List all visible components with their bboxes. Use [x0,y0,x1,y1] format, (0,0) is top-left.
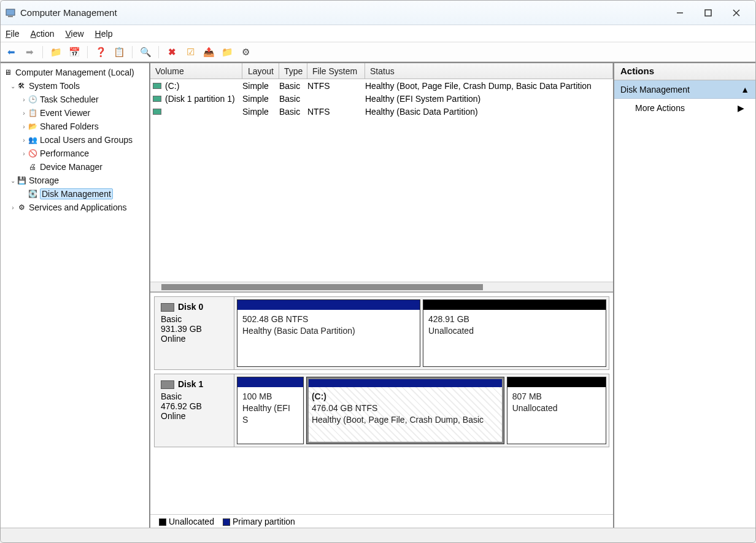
separator [158,46,159,58]
details-icon[interactable]: 📋 [112,45,126,59]
tree-label: Storage [29,175,59,185]
partition-size: 428.91 GB [428,314,601,325]
partition[interactable]: 807 MBUnallocated [507,377,606,444]
header-type[interactable]: Type [279,63,307,79]
chevron-right-icon: ▶ [738,103,744,113]
menubar: File Action View Help [1,25,755,42]
drive-icon [153,109,161,115]
separator [132,46,133,58]
calendar-icon[interactable]: 📅 [68,45,81,59]
volume-status: Healthy (EFI System Partition) [365,94,613,104]
volume-name: (C:) [165,81,179,91]
tree-label: Shared Folders [40,121,99,131]
collapse-icon[interactable]: ⌄ [9,83,17,90]
header-fs[interactable]: File System [307,63,365,79]
event-icon: 📋 [28,108,37,118]
drive-icon [153,96,161,102]
volume-layout: Simple [242,81,279,91]
tree-disk-management[interactable]: 💽 Disk Management [1,187,149,201]
volume-row[interactable]: (C:)SimpleBasicNTFSHealthy (Boot, Page F… [150,79,613,92]
titlebar: Computer Management [1,1,755,25]
volume-layout: Simple [242,107,279,117]
show-hide-tree-icon[interactable]: 📁 [49,45,63,59]
partition[interactable]: 100 MBHealthy (EFI S [237,377,304,444]
check-icon[interactable]: ☑ [183,45,197,59]
header-volume[interactable]: Volume [150,63,242,79]
volume-layout: Simple [242,94,279,104]
delete-icon[interactable]: ✖ [165,45,179,59]
expand-icon[interactable]: › [20,150,28,157]
tree-storage[interactable]: ⌄ 💾 Storage [1,174,149,187]
folder-up-icon[interactable]: 📤 [202,45,215,59]
disk-info[interactable]: Disk 0Basic931.39 GBOnline [155,297,234,369]
partition-header [237,377,303,387]
maximize-button[interactable] [694,4,722,22]
users-icon: 👥 [28,135,37,145]
folder-icon[interactable]: 📁 [220,45,234,59]
partition[interactable]: 428.91 GBUnallocated [423,299,606,367]
partition-header [307,377,504,387]
tree-label: Computer Management (Local) [15,67,134,77]
menu-action[interactable]: Action [31,29,55,39]
partition[interactable]: (C:)476.04 GB NTFSHealthy (Boot, Page Fi… [306,377,504,444]
legend: Unallocated Primary partition [150,514,613,528]
collapse-icon[interactable]: ⌄ [9,177,17,184]
drive-icon [153,83,161,89]
volume-status: Healthy (Boot, Page File, Crash Dump, Ba… [365,81,613,91]
partition[interactable]: 502.48 GB NTFSHealthy (Basic Data Partit… [237,299,420,367]
performance-icon: 🚫 [28,148,37,158]
partition-header [423,300,606,310]
menu-file[interactable]: File [6,29,20,39]
expand-icon[interactable]: › [20,137,28,144]
disk-management-view: Volume Layout Type File System Status (C… [150,63,614,528]
minimize-button[interactable] [666,4,694,22]
legend-primary: Primary partition [223,517,295,526]
partition-status: Healthy (Boot, Page File, Crash Dump, Ba… [312,414,499,426]
actions-more[interactable]: More Actions ▶ [614,99,755,117]
volume-status: Healthy (Basic Data Partition) [365,107,613,117]
tree-root[interactable]: 🖥 Computer Management (Local) [1,66,149,79]
expand-icon[interactable]: › [20,110,28,117]
volume-row[interactable]: SimpleBasicNTFSHealthy (Basic Data Parti… [150,105,613,118]
tree-system-tools[interactable]: ⌄ 🛠 System Tools [1,79,149,93]
tree-device-manager[interactable]: 🖨 Device Manager [1,160,149,174]
help-icon[interactable]: ❓ [94,45,107,59]
window-title: Computer Management [20,7,666,18]
settings-icon[interactable]: 🔍 [139,45,152,59]
tree-shared-folders[interactable]: › 📂 Shared Folders [1,120,149,133]
tree-performance[interactable]: › 🚫 Performance [1,147,149,160]
actions-section-disk-management[interactable]: Disk Management ▲ [614,80,755,99]
forward-button[interactable]: ➡ [23,45,36,59]
menu-view[interactable]: View [66,29,84,39]
header-status[interactable]: Status [365,63,613,79]
volume-fs: NTFS [307,107,365,117]
disk-name: Disk 1 [178,379,203,389]
tree-services-apps[interactable]: › ⚙ Services and Applications [1,201,149,214]
disk-info[interactable]: Disk 1Basic476.92 GBOnline [155,374,234,447]
tree-local-users[interactable]: › 👥 Local Users and Groups [1,133,149,147]
volume-name: (Disk 1 partition 1) [165,94,235,104]
partition-status: Healthy (Basic Data Partition) [242,325,415,337]
header-layout[interactable]: Layout [242,63,279,79]
tree-event-viewer[interactable]: › 📋 Event Viewer [1,106,149,120]
horizontal-scrollbar[interactable] [150,282,613,291]
volume-row[interactable]: (Disk 1 partition 1)SimpleBasicHealthy (… [150,92,613,105]
volume-type: Basic [279,94,307,104]
menu-help[interactable]: Help [95,29,113,39]
back-button[interactable]: ⬅ [4,45,18,59]
tree-task-scheduler[interactable]: › 🕒 Task Scheduler [1,93,149,106]
properties-icon[interactable]: ⚙ [239,45,252,59]
actions-more-label: More Actions [635,103,685,113]
tree-label: Performance [40,148,89,158]
svg-rect-0 [6,9,15,15]
expand-icon[interactable]: › [20,96,28,103]
disk-row: Disk 1Basic476.92 GBOnline100 MBHealthy … [154,374,609,447]
collapse-up-icon: ▲ [741,85,749,94]
expand-icon[interactable]: › [20,123,28,130]
close-button[interactable] [722,4,750,22]
partition-status: Healthy (EFI S [242,402,298,426]
expand-icon[interactable]: › [9,204,17,211]
partition-header [237,300,420,310]
tree-label: Disk Management [40,188,113,199]
disk-icon [161,380,174,389]
